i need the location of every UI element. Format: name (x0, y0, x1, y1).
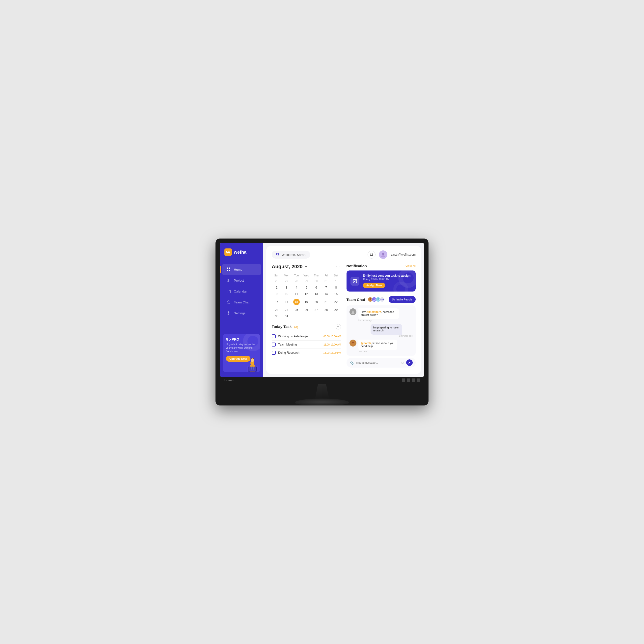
calendar-day[interactable]: 27 (311, 307, 321, 313)
calendar-day[interactable]: 24 (282, 307, 292, 313)
calendar-day[interactable]: 11 (292, 291, 301, 297)
msg-avatar-3 (349, 340, 356, 347)
task-time: 08.00-10.00 AM (323, 335, 341, 338)
calendar-day[interactable]: 13 (311, 291, 321, 297)
calendar-day[interactable]: 29 (301, 278, 311, 284)
chevron-down-icon[interactable]: ▼ (304, 265, 307, 268)
calendar-day[interactable]: 10 (282, 291, 292, 297)
assign-button[interactable]: Assign Now (363, 283, 385, 288)
calendar-day[interactable]: 5 (301, 284, 311, 291)
sidebar: wefha Home (220, 243, 263, 377)
msg-avatar-1 (349, 308, 356, 315)
task-title-group: Today Task (3) (272, 324, 298, 329)
calendar-header: August, 2020 ▼ ··· (272, 264, 341, 269)
sidebar-item-project[interactable]: Project (222, 275, 261, 286)
sidebar-item-team-chat[interactable]: Team Chat (222, 297, 261, 307)
chat-message-1: Hey @members, how's the project going? 3… (349, 308, 413, 322)
calendar-day[interactable]: 28 (321, 307, 331, 313)
task-time: 13.00-16.00 PM (323, 351, 341, 354)
chat-input[interactable] (356, 361, 399, 364)
calendar-today[interactable]: 18 (292, 297, 301, 307)
calendar-day[interactable]: 22 (331, 297, 341, 307)
screen: wefha Home (220, 243, 424, 377)
chat-messages: Hey @members, how's the project going? 3… (347, 305, 416, 356)
calendar-day[interactable]: 15 (331, 291, 341, 297)
svg-rect-1 (229, 268, 230, 269)
calendar-day[interactable]: 23 (272, 307, 282, 313)
settings-icon (226, 311, 231, 315)
calendar-day[interactable]: 8 (331, 284, 341, 291)
task-count: (3) (294, 325, 298, 329)
calendar-day[interactable]: 6 (311, 284, 321, 291)
task-checkbox[interactable] (272, 343, 276, 347)
svg-point-6 (228, 313, 229, 314)
logo: wefha (220, 243, 263, 261)
calendar-day[interactable]: 26 (301, 307, 311, 313)
calendar-day[interactable]: 26 (272, 278, 282, 284)
invite-people-button[interactable]: Invite People (389, 296, 416, 303)
calendar-day[interactable]: 31 (321, 278, 331, 284)
left-column: August, 2020 ▼ ··· Sun Mon Tue (272, 264, 341, 369)
add-task-button[interactable]: + (336, 324, 341, 329)
calendar-day[interactable]: 7 (321, 284, 331, 291)
send-button[interactable] (406, 359, 413, 366)
col-fri: Fri (321, 273, 331, 278)
view-all-link[interactable]: View all (405, 264, 416, 268)
notification-card: Emily just sent you task to assign 18 Au… (347, 270, 416, 292)
calendar-day[interactable]: 30 (311, 278, 321, 284)
task-checkbox[interactable] (272, 334, 276, 338)
task-item[interactable]: Working on Asla Project 08.00-10.00 AM (272, 332, 341, 341)
monitor-btn-1[interactable] (402, 378, 405, 382)
calendar-day[interactable]: 12 (301, 291, 311, 297)
chat-avatar-count: +17 (379, 297, 385, 302)
monitor-btn-4[interactable] (417, 378, 420, 382)
calendar-day[interactable]: 31 (282, 313, 292, 320)
calendar-day[interactable]: 21 (321, 297, 331, 307)
calendar-icon (226, 289, 231, 294)
logo-text: wefha (234, 250, 246, 255)
monitor-controls (402, 378, 420, 382)
svg-point-18 (370, 298, 371, 300)
chat-avatars: +17 (368, 297, 385, 302)
sidebar-nav: Home Project (220, 261, 263, 331)
task-item[interactable]: Team Meeting 11.00-12.00 AM (272, 341, 341, 349)
svg-point-12 (251, 358, 254, 362)
sidebar-item-calendar[interactable]: Calendar (222, 286, 261, 296)
monitor-btn-3[interactable] (412, 378, 415, 382)
content-grid: August, 2020 ▼ ··· Sun Mon Tue (272, 264, 416, 369)
monitor-btn-2[interactable] (407, 378, 410, 382)
sidebar-item-settings[interactable]: Settings (222, 308, 261, 318)
monitor-brand: Lenovo (224, 379, 234, 382)
calendar-day[interactable]: 4 (292, 284, 301, 291)
svg-rect-3 (229, 270, 230, 271)
monitor: wefha Home (215, 239, 429, 405)
promo-illustration (244, 354, 260, 372)
emoji-icon[interactable]: ☺ (401, 361, 404, 365)
task-checkbox[interactable] (272, 351, 276, 355)
sidebar-item-label-calendar: Calendar (234, 290, 247, 293)
right-column: Notification View all (347, 264, 416, 369)
calendar-day[interactable]: 17 (282, 297, 292, 307)
wifi-icon (276, 253, 280, 257)
sidebar-item-home[interactable]: Home (222, 264, 261, 275)
calendar-day[interactable]: 2 (272, 284, 282, 291)
calendar-day[interactable]: 30 (272, 313, 282, 320)
calendar-day[interactable]: 19 (301, 297, 311, 307)
calendar-menu-icon[interactable]: ··· (336, 264, 341, 269)
calendar-day[interactable]: 16 (272, 297, 282, 307)
sidebar-item-label-settings: Settings (234, 311, 245, 315)
calendar-day[interactable]: 29 (331, 307, 341, 313)
calendar-day[interactable]: 9 (272, 291, 282, 297)
calendar-day[interactable]: 20 (311, 297, 321, 307)
task-item[interactable]: Doing Research 13.00-16.00 PM (272, 349, 341, 357)
calendar-day[interactable]: 28 (292, 278, 301, 284)
calendar-day[interactable]: 1 (331, 278, 341, 284)
calendar-day[interactable]: 27 (282, 278, 292, 284)
calendar-day[interactable]: 25 (292, 307, 301, 313)
bell-button[interactable] (368, 251, 376, 259)
attach-icon[interactable]: 📎 (349, 361, 354, 365)
calendar-day[interactable]: 14 (321, 291, 331, 297)
calendar-day[interactable]: 3 (282, 284, 292, 291)
msg-bubble-2: I'm preparing for user research 2 minute… (371, 324, 413, 337)
svg-rect-5 (227, 290, 230, 293)
